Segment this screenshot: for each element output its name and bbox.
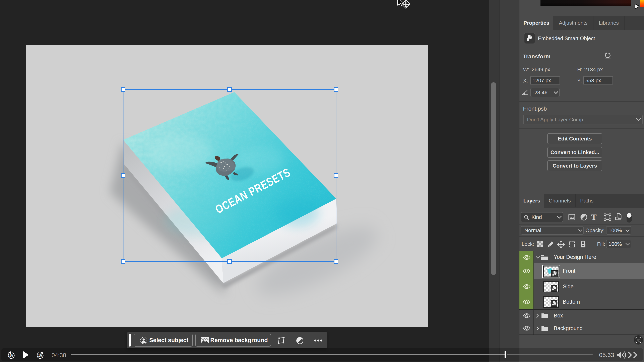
svg-text:15: 15 [38, 354, 42, 358]
svg-text:15: 15 [10, 354, 13, 358]
